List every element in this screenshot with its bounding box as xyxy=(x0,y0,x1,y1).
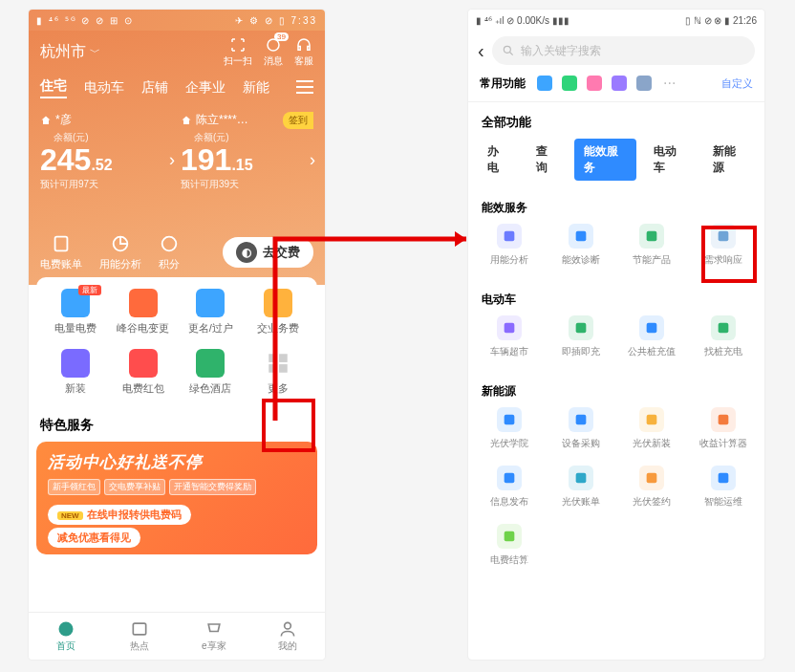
news-icon xyxy=(130,619,149,639)
category-tabs: 办电 查询 能效服务 电动车 新能源 xyxy=(468,139,764,190)
grid-item-0[interactable]: 电量电费 xyxy=(42,289,110,336)
cat-tab[interactable]: 查询 xyxy=(526,139,568,181)
svg-rect-23 xyxy=(718,415,728,425)
msg-badge: 39 xyxy=(274,33,289,41)
hero-illustration xyxy=(40,191,313,229)
func-icon xyxy=(711,224,736,249)
svg-rect-24 xyxy=(505,473,515,484)
pay-button[interactable]: ◐ 去交费 xyxy=(223,237,313,268)
fav-icon[interactable] xyxy=(562,76,577,91)
points-button[interactable]: 积分 xyxy=(159,233,180,271)
tab-newenergy[interactable]: 新能 xyxy=(243,79,269,97)
city-name: 杭州市 xyxy=(40,42,86,62)
func-item[interactable]: 公共桩充值 xyxy=(616,315,688,358)
search-input[interactable]: 输入关键字搜索 xyxy=(492,36,755,65)
func-item[interactable]: 智能运维 xyxy=(688,466,760,509)
func-icon xyxy=(711,407,736,432)
hero: 杭州市 ﹀ 扫一扫 消息 39 客服 xyxy=(29,31,325,285)
nav-home[interactable]: 首页 xyxy=(29,613,103,660)
bill-button[interactable]: 电费账单 xyxy=(40,233,82,271)
func-item[interactable]: 电费结算 xyxy=(474,524,546,567)
cat-tab[interactable]: 办电 xyxy=(478,139,519,181)
customize-link[interactable]: 自定义 xyxy=(721,76,753,91)
func-icon xyxy=(569,466,593,490)
grid-item-3[interactable]: 交业务费 xyxy=(245,289,312,336)
svg-rect-14 xyxy=(647,231,657,242)
svg-rect-25 xyxy=(575,473,586,484)
scan-icon xyxy=(229,36,247,54)
messages-button[interactable]: 消息 39 xyxy=(264,36,283,68)
nav-me[interactable]: 我的 xyxy=(251,613,326,660)
city-selector[interactable]: 杭州市 ﹀ xyxy=(40,42,100,62)
cat-tab[interactable]: 新能源 xyxy=(703,139,755,181)
left-phone: ▮ ⁴⁶ ⁵ᴳ ⊘ ⊘ ⊞ ⊙ ✈ ⚙ ⊘ ▯ 7:33 杭州市 ﹀ 扫一扫 消… xyxy=(29,10,325,660)
func-item[interactable]: 节能产品 xyxy=(616,224,688,267)
section-title: 电动车 xyxy=(468,288,764,315)
func-item[interactable]: 收益计算器 xyxy=(688,407,760,450)
section-title: 新能源 xyxy=(468,379,764,407)
svg-point-8 xyxy=(58,622,73,637)
svg-rect-5 xyxy=(279,354,288,362)
grid-item-5[interactable]: 电费红包 xyxy=(110,349,178,396)
usage-button[interactable]: 用能分析 xyxy=(99,233,141,271)
svg-rect-28 xyxy=(505,531,515,542)
func-item[interactable]: 光伏学院 xyxy=(474,407,546,450)
grid-item-6[interactable]: 绿色酒店 xyxy=(177,349,245,396)
func-item[interactable]: 信息发布 xyxy=(474,466,546,509)
grid-item-7[interactable]: 更多 xyxy=(245,349,312,396)
func-item[interactable]: 车辆超市 xyxy=(474,315,546,358)
menu-icon[interactable] xyxy=(296,80,313,97)
right-phone: ▮ ⁴⁶ ₊ıl ⊘ 0.00K/s ▮▮▮ ▯ ℕ ⊘ ⊗ ▮ 21:26 ‹… xyxy=(468,10,764,660)
svg-point-3 xyxy=(162,237,177,251)
grid-item-1[interactable]: 峰谷电变更 xyxy=(110,289,178,336)
func-icon xyxy=(711,466,736,490)
func-icon xyxy=(497,315,522,340)
func-item[interactable]: 设备采购 xyxy=(546,407,617,450)
func-item[interactable]: 用能分析 xyxy=(474,224,546,267)
account-card-1[interactable]: *彦 余额(元) 245.52 预计可用97天 › xyxy=(40,112,173,191)
status-left: ▮ ⁴⁶ ⁵ᴳ ⊘ ⊘ ⊞ ⊙ xyxy=(36,15,134,26)
grid-item-4[interactable]: 新装 xyxy=(42,349,110,396)
svg-rect-27 xyxy=(718,473,728,484)
bot-icon: ◐ xyxy=(236,242,257,263)
svg-rect-21 xyxy=(575,415,586,425)
grid-icon xyxy=(129,349,158,378)
account-card-2[interactable]: 签到 陈立****… 余额(元) 191.15 预计可用39天 › xyxy=(181,112,313,191)
func-item[interactable]: 能效诊断 xyxy=(546,224,617,267)
svg-rect-15 xyxy=(718,231,728,242)
func-item[interactable]: 光伏签约 xyxy=(616,466,688,509)
grid-icon xyxy=(196,289,225,317)
back-button[interactable]: ‹ xyxy=(478,40,484,62)
nav-eshare[interactable]: e享家 xyxy=(177,613,251,660)
svg-rect-4 xyxy=(269,354,277,362)
tab-enterprise[interactable]: 企事业 xyxy=(185,79,226,97)
func-icon xyxy=(569,224,593,249)
fav-icon[interactable] xyxy=(537,76,552,91)
promo-banner[interactable]: 活动中心好礼送不停 新手领红包 交电费享补贴 开通智能交费得奖励 NEW在线申报… xyxy=(36,442,317,554)
fav-icon[interactable] xyxy=(612,76,627,91)
cat-tab-active[interactable]: 能效服务 xyxy=(574,139,636,181)
func-item[interactable]: 找桩充电 xyxy=(688,315,760,358)
service-button[interactable]: 客服 xyxy=(294,36,313,68)
status-right: ▯ ℕ ⊘ ⊗ ▮ 21:26 xyxy=(685,15,757,26)
func-icon xyxy=(497,466,522,490)
tab-shop[interactable]: 店铺 xyxy=(141,79,168,97)
signin-badge[interactable]: 签到 xyxy=(283,112,313,129)
func-item[interactable]: 光伏新装 xyxy=(616,407,688,450)
tab-home[interactable]: 住宅 xyxy=(40,77,67,98)
grid-icon xyxy=(61,349,90,378)
fav-icon[interactable] xyxy=(587,76,602,91)
fav-icon[interactable] xyxy=(636,76,652,91)
tab-ev[interactable]: 电动车 xyxy=(84,79,124,97)
grid-item-2[interactable]: 更名/过户 xyxy=(177,289,245,336)
func-item[interactable]: 需求响应 xyxy=(688,224,760,267)
grid-icon xyxy=(196,349,225,378)
promo-chip: 新手领红包 xyxy=(48,479,100,495)
func-icon xyxy=(639,315,664,340)
nav-hot[interactable]: 热点 xyxy=(103,613,178,660)
func-item[interactable]: 光伏账单 xyxy=(546,466,617,509)
func-item[interactable]: 即插即充 xyxy=(546,315,617,358)
scan-button[interactable]: 扫一扫 xyxy=(224,36,252,68)
bill-icon xyxy=(51,233,72,254)
cat-tab[interactable]: 电动车 xyxy=(644,139,696,181)
